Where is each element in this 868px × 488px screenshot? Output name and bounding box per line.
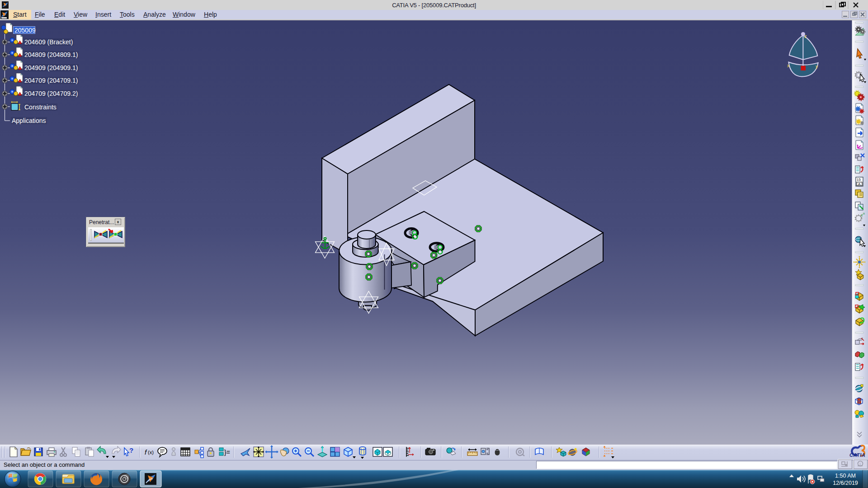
svg-text:x: x (787, 63, 790, 68)
svg-text:y: y (816, 64, 818, 69)
svg-text:n: n (863, 212, 865, 215)
svg-text:}=: }= (224, 449, 230, 456)
svg-text:CATIA: CATIA (849, 452, 865, 458)
svg-text:15: 15 (857, 178, 861, 182)
svg-text:i: i (860, 462, 861, 466)
svg-text:z: z (804, 33, 807, 39)
svg-text:A: A (858, 182, 861, 186)
svg-text:(x): (x) (148, 450, 154, 455)
svg-text:f: f (145, 448, 147, 456)
svg-text:?: ? (129, 446, 133, 454)
